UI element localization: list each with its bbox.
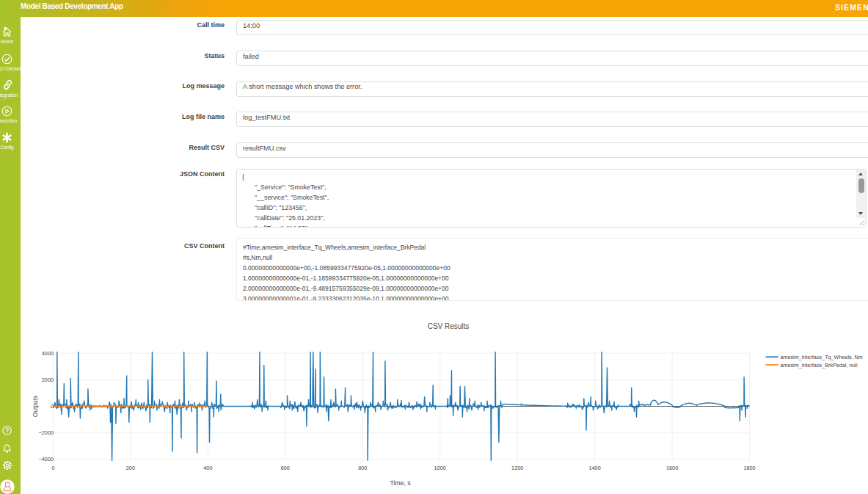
svg-text:Outputs: Outputs (32, 396, 39, 417)
svg-text:4000: 4000 (42, 350, 54, 357)
svg-text:−2000: −2000 (39, 429, 54, 436)
svg-text:1200: 1200 (511, 465, 523, 471)
svg-text:amesim_interface_BrkPedal, nul: amesim_interface_BrkPedal, null (781, 362, 858, 368)
svg-text:1600: 1600 (666, 465, 678, 471)
svg-text:1800: 1800 (743, 465, 755, 471)
svg-text:0: 0 (51, 465, 54, 471)
svg-text:amesim_interface_Tq_Wheels, Nm: amesim_interface_Tq_Wheels, Nm (781, 354, 863, 360)
svg-text:200: 200 (126, 465, 135, 471)
svg-text:−4000: −4000 (39, 456, 54, 462)
svg-text:600: 600 (281, 465, 290, 471)
svg-text:1000: 1000 (434, 465, 446, 471)
svg-text:Time, s: Time, s (390, 479, 411, 487)
svg-text:1400: 1400 (588, 465, 600, 471)
svg-text:400: 400 (203, 465, 212, 471)
svg-text:2000: 2000 (42, 377, 54, 383)
svg-text:800: 800 (358, 465, 367, 471)
svg-text:CSV Results: CSV Results (428, 322, 470, 330)
